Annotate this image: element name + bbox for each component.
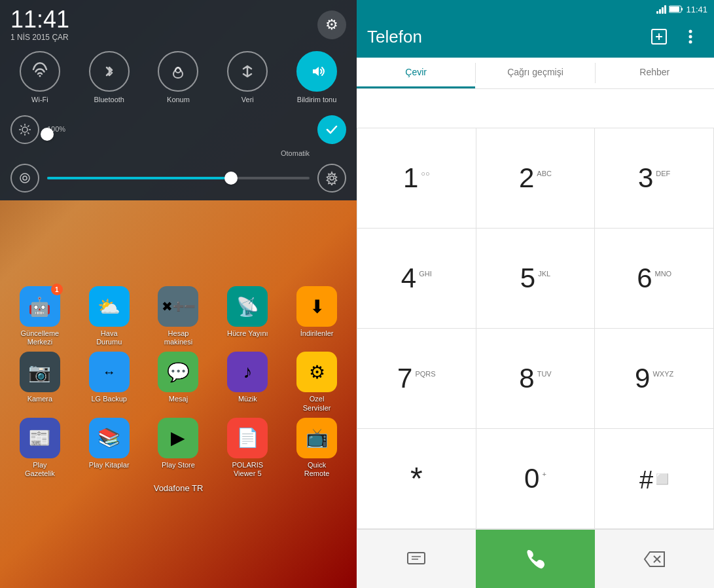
- dial-number-hash: #: [639, 468, 653, 492]
- settings-button[interactable]: ⚙: [317, 10, 346, 39]
- app-kamera[interactable]: 📷 Kamera: [10, 352, 69, 412]
- toggle-data[interactable]: Veri: [227, 51, 268, 103]
- tab-cagri[interactable]: Çağrı geçmişi: [476, 58, 594, 88]
- phone-app-title: Telefon: [367, 27, 422, 47]
- dial-sub-7: PQRS: [415, 370, 435, 378]
- toggle-sound[interactable]: Bildirim tonu: [296, 51, 337, 103]
- toggle-bluetooth[interactable]: Bluetooth: [89, 51, 130, 103]
- svg-line-10: [21, 132, 22, 134]
- sound-thumb[interactable]: [224, 172, 238, 185]
- app-quick-remote[interactable]: 📺 QuickRemote: [287, 418, 346, 478]
- dial-number-7: 7: [397, 365, 412, 392]
- dial-number-1: 1: [403, 164, 418, 192]
- more-options-button[interactable]: [677, 24, 704, 50]
- tab-rehber[interactable]: Rehber: [596, 58, 714, 88]
- quick-toggles: Wi-Fi Bluetooth Konum: [0, 45, 357, 110]
- app-muzik[interactable]: ♪ Müzik: [218, 352, 277, 412]
- location-icon-circle: [158, 51, 198, 92]
- app-lgbackup[interactable]: ↔ LG Backup: [80, 352, 139, 412]
- play-g-label: PlayGazetelik: [25, 461, 55, 478]
- dial-star[interactable]: *: [357, 429, 476, 529]
- dial-sub-3: DEF: [656, 170, 670, 177]
- play-k-label: Play Kitaplar: [89, 461, 130, 469]
- svg-point-20: [689, 30, 692, 33]
- dial-1[interactable]: 1 ○○: [357, 128, 476, 229]
- brightness-icon: [10, 115, 39, 144]
- toggle-wifi[interactable]: Wi-Fi: [20, 51, 60, 103]
- call-button[interactable]: [476, 530, 595, 588]
- app-row-1: 🤖 1 GüncellemeMerkezi ⛅ HavaDurumu ✖➕➖ H…: [0, 284, 357, 349]
- dial-6[interactable]: 6 MNO: [595, 229, 714, 329]
- left-status-bar: 11:41 1 NİS 2015 ÇAR ⚙: [0, 0, 357, 45]
- polaris-icon: 📄: [227, 418, 268, 458]
- dial-number-8: 8: [519, 365, 534, 392]
- sound-track[interactable]: [47, 177, 310, 179]
- app-play-s[interactable]: ▶ Play Store: [149, 418, 207, 478]
- brightness-thumb[interactable]: [41, 128, 54, 141]
- dial-7[interactable]: 7 PQRS: [357, 329, 476, 429]
- app-hucre[interactable]: 📡 Hücre Yayını: [218, 286, 277, 346]
- app-guncelleme[interactable]: 🤖 1 GüncellemeMerkezi: [10, 286, 69, 346]
- hucre-icon: 📡: [227, 286, 268, 327]
- message-button[interactable]: [357, 530, 476, 588]
- toggle-location[interactable]: Konum: [158, 51, 198, 103]
- dial-8[interactable]: 8 TUV: [476, 329, 596, 429]
- play-s-label: Play Store: [162, 461, 195, 469]
- svg-point-22: [689, 41, 692, 44]
- app-indirilenler[interactable]: ⬇ İndirilenler: [287, 286, 346, 346]
- app-mesaj[interactable]: 💬 Mesaj: [149, 352, 207, 412]
- mesaj-icon: 💬: [158, 352, 198, 392]
- muzik-label: Müzik: [238, 395, 257, 403]
- left-date: 1 NİS 2015 ÇAR: [10, 33, 69, 42]
- bluetooth-label: Bluetooth: [94, 96, 124, 103]
- dial-sub-1: ○○: [421, 170, 429, 177]
- app-polaris[interactable]: 📄 POLARISViewer 5: [218, 418, 277, 478]
- dial-4[interactable]: 4 GHI: [357, 229, 476, 329]
- app-hesap[interactable]: ✖➕➖ Hesapmakinesi: [149, 286, 207, 346]
- guncelleme-label: GüncellemeMerkezi: [21, 329, 60, 346]
- tab-cevir[interactable]: Çevir: [357, 58, 475, 88]
- lgbackup-icon: ↔: [89, 352, 130, 392]
- sound-settings-button[interactable]: [317, 164, 346, 193]
- app-play-k[interactable]: 📚 Play Kitaplar: [80, 418, 139, 478]
- dial-sub-hash: ⬜: [656, 473, 669, 485]
- data-label: Veri: [241, 96, 254, 103]
- sound-fill: [47, 177, 231, 179]
- left-panel: 11:41 1 NİS 2015 ÇAR ⚙ Wi-Fi: [0, 0, 357, 588]
- dial-3[interactable]: 3 DEF: [595, 128, 714, 229]
- hava-icon: ⛅: [89, 286, 130, 327]
- dial-number-6: 6: [637, 265, 652, 292]
- otomatik-label: Otomatik: [281, 149, 310, 157]
- right-panel: 11:41 Telefon Çevir: [357, 0, 714, 588]
- play-k-icon: 📚: [89, 418, 130, 458]
- minimize-button[interactable]: [646, 24, 672, 50]
- kamera-icon: 📷: [20, 352, 60, 392]
- svg-point-12: [23, 176, 27, 180]
- dial-sub-5: JKL: [538, 270, 550, 278]
- home-screen: 🤖 1 GüncellemeMerkezi ⛅ HavaDurumu ✖➕➖ H…: [0, 278, 357, 588]
- svg-point-13: [330, 176, 334, 180]
- svg-rect-15: [669, 7, 679, 12]
- phone-status-time: 11:41: [686, 5, 707, 14]
- sound-icon-circle: [296, 51, 337, 92]
- status-icons: 11:41: [656, 5, 707, 14]
- svg-point-21: [689, 35, 692, 39]
- bluetooth-icon-circle: [89, 51, 130, 92]
- dial-2[interactable]: 2 ABC: [476, 128, 596, 229]
- signal-icon: [656, 5, 666, 14]
- app-ozel[interactable]: ⚙ OzelServisler: [287, 352, 346, 412]
- dial-hash[interactable]: # ⬜: [595, 429, 714, 529]
- dial-5[interactable]: 5 JKL: [476, 229, 596, 329]
- phone-header-icons: [646, 24, 704, 50]
- svg-line-9: [27, 126, 29, 127]
- app-play-g[interactable]: 📰 PlayGazetelik: [10, 418, 69, 478]
- dial-9[interactable]: 9 WXYZ: [595, 329, 714, 429]
- ozel-icon: ⚙: [296, 352, 337, 392]
- dial-0[interactable]: 0 +: [476, 429, 596, 529]
- app-hava[interactable]: ⛅ HavaDurumu: [80, 286, 139, 346]
- guncelleme-badge: 1: [51, 284, 63, 295]
- time-block: 11:41 1 NİS 2015 ÇAR: [10, 8, 69, 42]
- auto-brightness-toggle[interactable]: [317, 115, 346, 144]
- sound-slider-row: [10, 164, 346, 193]
- delete-button[interactable]: [595, 530, 714, 588]
